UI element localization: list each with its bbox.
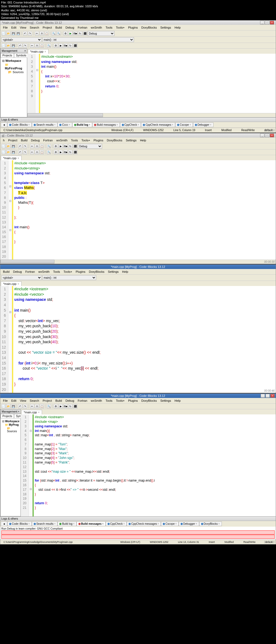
toolbar-icon[interactable]: 📄: [1, 144, 6, 148]
code-line[interactable]: [41, 94, 275, 98]
menu-doxyblocks[interactable]: DoxyBlocks: [105, 138, 124, 142]
menu-view[interactable]: View: [18, 25, 28, 30]
menu-tools[interactable]: Tools: [51, 270, 62, 274]
toolbar-icon[interactable]: ⚙: [54, 150, 58, 154]
menu-help[interactable]: Help: [120, 270, 130, 274]
log-tab-debugger[interactable]: Debugger×: [179, 522, 199, 526]
code-line[interactable]: return 0;: [35, 501, 275, 506]
redo-icon[interactable]: ↷: [28, 31, 32, 36]
log-tab-buildmessages[interactable]: Build messages×: [92, 122, 120, 127]
rebuild-icon[interactable]: ↻: [78, 31, 82, 36]
logtab-close-icon[interactable]: ×: [89, 123, 90, 126]
code-editor[interactable]: 1234567891011121314151617181920⊟⊟⊟#inclu…: [0, 160, 276, 260]
toolbar-icon[interactable]: ⬛: [73, 144, 77, 148]
toolbar-icon[interactable]: 🔍: [47, 404, 51, 408]
minimize-button[interactable]: _: [260, 21, 264, 25]
code-line[interactable]: for (int i=0;i< my_vec.size();i++): [14, 361, 275, 366]
logtab-close-icon[interactable]: ×: [73, 522, 75, 525]
toolbar-icon[interactable]: 📋: [40, 43, 44, 48]
code-line[interactable]: #include <map>: [35, 420, 275, 424]
toolbar-icon[interactable]: 📄: [1, 150, 6, 154]
toolbar-icon[interactable]: ✂: [30, 150, 34, 154]
code-line[interactable]: #include <iostream>: [14, 287, 275, 292]
toolbar-icon[interactable]: ⚙: [54, 404, 58, 408]
tree-workspace[interactable]: Workspace: [2, 420, 19, 423]
tab-close-icon[interactable]: ×: [18, 282, 19, 285]
toolbar-icon[interactable]: ↻: [68, 144, 73, 148]
toolbar-icon[interactable]: 📂: [6, 150, 11, 154]
code-line[interactable]: };: [14, 215, 275, 220]
menu-plugins[interactable]: Plugins: [126, 25, 139, 30]
scope-right-select[interactable]: main() : int: [42, 275, 96, 280]
editor-tab[interactable]: *main.cpp×: [1, 156, 22, 160]
panel-tab-projects[interactable]: Projects: [1, 53, 14, 58]
logtab-close-icon[interactable]: ×: [28, 123, 30, 126]
undo-icon[interactable]: ↶: [23, 31, 27, 36]
code-line[interactable]: std::cout << it->first <<" => " <<it->se…: [35, 488, 275, 492]
code-line[interactable]: name_map[4] = "John sgs";: [35, 456, 275, 460]
menu-plugins[interactable]: Plugins: [92, 138, 105, 142]
code-line[interactable]: class Maths{: [14, 185, 275, 190]
code-line[interactable]: [35, 465, 275, 469]
log-tab-codeblocks[interactable]: Code::Blocks×: [7, 522, 32, 526]
toolbar-icon[interactable]: ↶: [18, 404, 22, 408]
menu-h[interactable]: h: [1, 138, 6, 142]
menu-doxyblocks[interactable]: DoxyBlocks: [140, 398, 158, 403]
toolbar-icon[interactable]: ↶: [18, 43, 22, 48]
menu-plugins[interactable]: Plugins: [126, 398, 139, 403]
toolbar-icon[interactable]: 💾: [11, 404, 15, 408]
log-tab-cppcheck[interactable]: CppCheck×: [106, 522, 127, 526]
log-tab-buildmessages[interactable]: Build messages×: [77, 522, 106, 526]
code-line[interactable]: }: [35, 506, 275, 510]
logtab-prev-icon[interactable]: ◄: [1, 522, 7, 526]
logtab-prev-icon[interactable]: ◄: [1, 122, 7, 127]
menu-wxsmith[interactable]: wxSmith: [55, 138, 69, 142]
menu-tools[interactable]: Tools+: [114, 398, 126, 403]
toolbar-icon[interactable]: 📂: [6, 404, 11, 408]
code-line[interactable]: #include <iostream>: [14, 161, 275, 166]
toolbar-icon[interactable]: 📂: [6, 144, 11, 148]
code-line[interactable]: {: [14, 230, 275, 234]
code-line[interactable]: }: [14, 382, 275, 387]
toolbar-icon[interactable]: ✂: [30, 144, 34, 148]
menu-tools[interactable]: Tools: [104, 398, 114, 403]
code-line[interactable]: std::map<int , std::string> name_map;: [35, 433, 275, 438]
code-line[interactable]: #include <vector>: [14, 292, 275, 297]
log-tab-doxyblocks[interactable]: DoxyBlocks×: [199, 522, 222, 526]
menu-fortran[interactable]: Fortran: [76, 398, 89, 403]
build-output[interactable]: Run Debug in learn compiler: GNU GCC Com…: [0, 527, 276, 540]
code-line[interactable]: {: [35, 483, 275, 488]
logtab-close-icon[interactable]: ×: [54, 522, 56, 525]
logtab-close-icon[interactable]: ×: [196, 522, 197, 525]
menu-build[interactable]: Build: [19, 138, 29, 142]
toolbar-icon[interactable]: ⚙: [54, 43, 58, 48]
close-button[interactable]: ×: [270, 134, 274, 137]
code-line[interactable]: std::vector<int> my_vec;: [14, 318, 275, 324]
toolbar-icon[interactable]: ▶: [58, 404, 63, 408]
toolbar-icon[interactable]: ⚙▶: [63, 144, 68, 148]
menu-fortran[interactable]: Fortran: [24, 270, 36, 274]
logtab-close-icon[interactable]: ×: [210, 123, 212, 126]
code-line[interactable]: #include<string>: [14, 166, 275, 171]
scrollbar-horizontal[interactable]: [0, 260, 276, 264]
log-tab-cscope[interactable]: Cscope×: [161, 522, 179, 526]
scope-right-select[interactable]: main() : int: [42, 37, 134, 42]
code-line[interactable]: cout << "vector " <<i " "<< my_vec[i] <<…: [14, 366, 275, 371]
code-line[interactable]: {: [14, 313, 275, 318]
menu-help[interactable]: Help: [173, 398, 182, 403]
code-line[interactable]: [14, 345, 275, 350]
menu-doxyblocks[interactable]: DoxyBlocks: [140, 25, 158, 30]
toolbar-icon[interactable]: ⚙▶: [63, 150, 68, 154]
menu-build[interactable]: Build: [54, 398, 63, 403]
toolbar-icon[interactable]: ↶: [18, 150, 22, 154]
toolbar-icon[interactable]: ⎘: [35, 150, 39, 154]
panel-close-icon[interactable]: ×: [24, 49, 26, 52]
code-line[interactable]: using namespace std;: [14, 171, 275, 176]
logtab-close-icon[interactable]: ×: [54, 123, 56, 126]
target-select[interactable]: Debug: [78, 144, 102, 149]
code-line[interactable]: cout<<x;: [41, 79, 275, 84]
cut-icon[interactable]: ✂: [35, 31, 39, 36]
code-line[interactable]: template<class T>: [14, 180, 275, 185]
menu-debug[interactable]: Debug: [64, 398, 76, 403]
log-tab-cccc[interactable]: Cccc×: [57, 122, 72, 127]
